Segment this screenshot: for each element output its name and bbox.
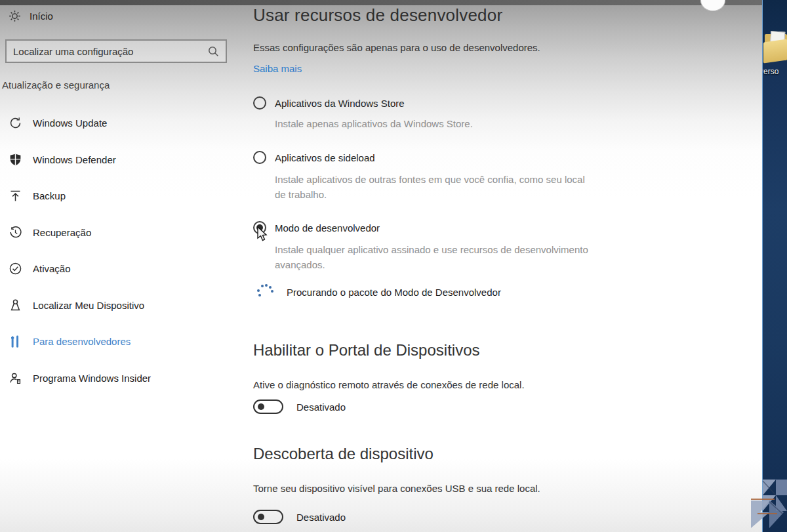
- search-input[interactable]: Localizar uma configuração: [5, 39, 227, 63]
- sidebar-item-label: Localizar Meu Dispositivo: [33, 300, 144, 311]
- sidebar-item-label: Windows Update: [33, 117, 107, 129]
- sidebar: Início Localizar uma configuração Atuali…: [0, 5, 251, 532]
- developer-tools-icon: [9, 335, 22, 348]
- home-label: Início: [30, 10, 53, 22]
- section-title-device-discovery: Descoberta de dispositivo: [253, 445, 434, 463]
- page-subtitle: Essas configurações são apenas para o us…: [253, 42, 540, 53]
- sidebar-item-label: Backup: [33, 190, 66, 201]
- sidebar-item-find-my-device[interactable]: Localizar Meu Dispositivo: [0, 294, 251, 316]
- sidebar-item-windows-insider[interactable]: Programa Windows Insider: [0, 367, 251, 389]
- sidebar-item-label: Recuperação: [33, 227, 91, 238]
- channel-watermark-logo: [738, 473, 787, 532]
- sidebar-item-backup[interactable]: Backup: [0, 184, 251, 207]
- sidebar-item-windows-update[interactable]: Windows Update: [0, 112, 251, 134]
- radio-label: Modo de desenvolvedor: [275, 222, 380, 234]
- radio-label: Aplicativos da Windows Store: [275, 98, 405, 109]
- toggle-state-label: Desativado: [296, 401, 346, 413]
- sidebar-item-label: Programa Windows Insider: [33, 373, 151, 384]
- radio-description: Instale qualquer aplicativo assinado e u…: [275, 242, 588, 272]
- desktop-background: Perso: [763, 0, 787, 532]
- device-portal-toggle[interactable]: [253, 399, 283, 414]
- gear-icon: [8, 9, 22, 23]
- loading-status-text: Procurando o pacote do Modo de Desenvolv…: [287, 287, 501, 298]
- sync-icon: [9, 116, 22, 130]
- sidebar-item-label: Para desenvolvedores: [33, 336, 131, 347]
- main-content: Usar recursos de desenvolvedor Essas con…: [253, 5, 686, 26]
- sidebar-item-windows-defender[interactable]: Windows Defender: [0, 148, 251, 171]
- video-overlay-strip: [0, 0, 763, 5]
- mouse-cursor: [256, 226, 271, 242]
- device-portal-toggle-row: Desativado: [253, 399, 346, 414]
- radio-sideload-apps[interactable]: Aplicativos de sideload: [253, 151, 375, 164]
- toggle-knob: [258, 514, 264, 520]
- map-pin-icon: [9, 298, 22, 312]
- radio-windows-store-apps[interactable]: Aplicativos da Windows Store: [253, 96, 405, 110]
- search-icon: [207, 45, 219, 57]
- desktop-folder-icon[interactable]: [765, 30, 787, 64]
- check-circle-icon: [9, 262, 22, 276]
- page-title: Usar recursos de desenvolvedor: [253, 5, 686, 26]
- radio-label: Aplicativos de sideload: [275, 152, 375, 163]
- toggle-knob: [258, 403, 264, 410]
- settings-window: Início Localizar uma configuração Atuali…: [0, 0, 763, 532]
- section-description: Torne seu dispositivo visível para conex…: [253, 483, 540, 494]
- radio-developer-mode[interactable]: Modo de desenvolvedor: [253, 221, 380, 234]
- section-title-device-portal: Habilitar o Portal de Dispositivos: [253, 341, 479, 359]
- sidebar-item-label: Ativação: [33, 263, 71, 274]
- sidebar-item-home[interactable]: Início: [8, 9, 53, 23]
- shield-icon: [9, 153, 22, 167]
- radio-circle[interactable]: [253, 151, 266, 164]
- radio-circle[interactable]: [253, 96, 266, 110]
- radio-description: Instale apenas aplicativos da Windows St…: [275, 116, 588, 131]
- upload-icon: [9, 189, 22, 203]
- sidebar-item-activation[interactable]: Ativação: [0, 257, 251, 279]
- search-placeholder: Localizar uma configuração: [13, 46, 133, 57]
- progress-spinner: [256, 284, 273, 301]
- history-icon: [9, 226, 22, 239]
- insider-person-icon: [9, 371, 22, 385]
- toggle-state-label: Desativado: [296, 512, 346, 523]
- device-discovery-toggle-row: Desativado: [253, 510, 346, 524]
- learn-more-link[interactable]: Saiba mais: [253, 63, 302, 74]
- sidebar-category-title: Atualização e segurança: [2, 79, 110, 91]
- radio-description: Instale aplicativos de outras fontes em …: [275, 172, 588, 202]
- sidebar-item-label: Windows Defender: [33, 154, 116, 165]
- device-discovery-toggle[interactable]: [253, 510, 283, 524]
- sidebar-item-for-developers[interactable]: Para desenvolvedores: [0, 330, 251, 352]
- sidebar-item-recovery[interactable]: Recuperação: [0, 221, 251, 243]
- desktop-folder-label: Perso: [763, 67, 778, 76]
- section-description: Ative o diagnóstico remoto através de co…: [253, 379, 525, 390]
